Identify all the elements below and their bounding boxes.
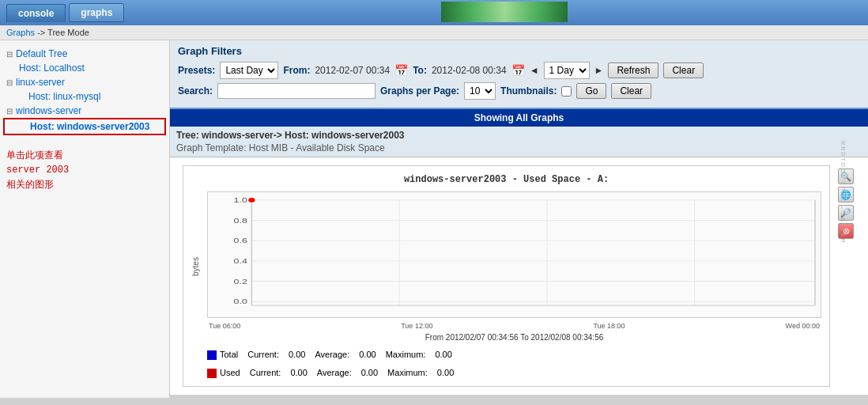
red-dot-indicator — [248, 198, 255, 202]
legend-current-label-used: Current: — [250, 368, 281, 377]
x-label-1: Tue 12:00 — [401, 322, 432, 330]
legend-used: Used Current: 0.00 Average: 0.00 Maximum… — [191, 368, 821, 378]
search-label: Search: — [178, 85, 213, 97]
console-tab[interactable]: console — [6, 4, 66, 22]
presets-select[interactable]: Last Day — [220, 62, 278, 79]
presets-label: Presets: — [178, 65, 215, 76]
legend-max-val-used: 0.00 — [437, 368, 454, 377]
chart-area: bytes — [191, 191, 821, 342]
host-windows-server2003-link[interactable]: Host: windows-server2003 — [30, 121, 149, 132]
graphs-per-page-label: Graphs per Page: — [380, 85, 459, 97]
graph-filters-title: Graph Filters — [178, 45, 860, 57]
legend-max-label-total: Maximum: — [386, 350, 426, 359]
to-calendar-icon[interactable]: 📅 — [511, 64, 525, 77]
search-input[interactable] — [217, 83, 376, 99]
legend-avg-label-total: Average: — [315, 350, 349, 359]
host-linux-mysql-link[interactable]: Host: linux-mysql — [28, 91, 100, 102]
sidebar-item-host-localhost[interactable]: Host: Localhost — [3, 61, 166, 75]
legend-name-used: Used — [220, 368, 240, 377]
default-tree-link[interactable]: Default Tree — [16, 48, 67, 59]
expand-icon-linux: ⊟ — [6, 78, 13, 87]
graph-filters: Graph Filters Presets: Last Day From: 20… — [170, 40, 868, 109]
thumbnails-checkbox[interactable] — [561, 86, 572, 97]
x-label-2: Tue 18:00 — [593, 322, 625, 330]
tree-label: Tree: — [176, 130, 199, 141]
legend: Total Current: 0.00 Average: 0.00 Maximu… — [191, 350, 821, 360]
from-to-label: From 2012/02/07 00:34:56 To 2012/02/08 0… — [207, 333, 821, 342]
expand-icon-windows: ⊟ — [6, 107, 13, 115]
right-panel: Graph Filters Presets: Last Day From: 20… — [170, 40, 868, 398]
sidebar: ⊟ Default Tree Host: Localhost ⊟ linux-s… — [0, 40, 170, 398]
legend-avg-val-used: 0.00 — [361, 368, 378, 377]
thumbnails-label: Thumbnails: — [500, 85, 557, 97]
breadcrumb-graphs-link[interactable]: Graphs — [6, 28, 35, 37]
legend-current-val-total: 0.00 — [289, 350, 305, 359]
host-value: windows-server2003 — [311, 130, 404, 141]
legend-row-total: Total Current: 0.00 Average: 0.00 Maximu… — [220, 350, 452, 359]
svg-text:0.0: 0.0 — [234, 297, 247, 305]
prev-period-arrow[interactable]: ◄ — [530, 65, 539, 76]
svg-text:0.2: 0.2 — [234, 277, 247, 285]
from-value: 2012-02-07 00:34 — [315, 65, 390, 76]
sidebar-item-windows-server[interactable]: ⊟ windows-server — [3, 104, 166, 118]
svg-text:0.4: 0.4 — [234, 257, 247, 265]
sidebar-item-linux-server[interactable]: ⊟ linux-server — [3, 75, 166, 89]
refresh-button[interactable]: Refresh — [608, 62, 659, 78]
host-localhost-link[interactable]: Host: Localhost — [19, 62, 85, 74]
legend-row-used: Used Current: 0.00 Average: 0.00 Maximum… — [220, 368, 454, 377]
legend-max-label-used: Maximum: — [387, 368, 428, 377]
sidebar-item-host-windows-server2003[interactable]: Host: windows-server2003 — [3, 118, 166, 135]
breadcrumb: Graphs -> Tree Mode — [0, 25, 868, 40]
legend-current-val-used: 0.00 — [290, 368, 307, 377]
sidebar-item-host-linux-mysql[interactable]: Host: linux-mysql — [3, 89, 166, 104]
graph-header: Tree: windows-server-> Host: windows-ser… — [170, 127, 868, 157]
annotation-line3: 相关的图形 — [6, 180, 54, 191]
legend-color-used — [207, 369, 217, 378]
windows-server-link[interactable]: windows-server — [16, 105, 81, 116]
legend-item-used: Used Current: 0.00 Average: 0.00 Maximum… — [207, 368, 454, 378]
graph-box: windows-server2003 - Used Space - A: byt… — [183, 165, 830, 387]
from-calendar-icon[interactable]: 📅 — [394, 64, 408, 77]
legend-stats-used: Used Current: 0.00 Average: 0.00 Maximum… — [220, 368, 454, 377]
legend-color-total — [207, 350, 217, 360]
from-label: From: — [283, 65, 310, 76]
graphs-tab[interactable]: graphs — [69, 3, 124, 22]
legend-current-label-total: Current: — [247, 350, 279, 359]
legend-avg-label-used: Average: — [317, 368, 352, 377]
linux-server-link[interactable]: linux-server — [16, 77, 65, 88]
legend-stats-total: Total Current: 0.00 Average: 0.00 Maximu… — [220, 350, 452, 359]
to-value: 2012-02-08 00:34 — [432, 65, 507, 76]
clear-button-2[interactable]: Clear — [611, 83, 651, 99]
showing-all-graphs-bar: Showing All Graphs — [170, 109, 868, 127]
go-button[interactable]: Go — [576, 83, 606, 99]
template-value: Host MIB - Available Disk Space — [249, 142, 385, 153]
to-label: To: — [413, 65, 427, 76]
legend-avg-val-total: 0.00 — [359, 350, 376, 359]
host-label: Host: — [285, 130, 309, 141]
graphs-per-page-select[interactable]: 10 — [464, 82, 496, 100]
x-labels: Tue 06:00 Tue 12:00 Tue 18:00 Wed 00:00 — [207, 322, 821, 330]
clear-button-1[interactable]: Clear — [663, 62, 704, 78]
tree-value: windows-server-> — [202, 130, 282, 141]
next-period-arrow[interactable]: ► — [594, 65, 604, 76]
expand-icon: ⊟ — [6, 50, 13, 59]
green-decoration — [441, 2, 568, 22]
legend-item-total: Total Current: 0.00 Average: 0.00 Maximu… — [207, 350, 452, 360]
legend-name-total: Total — [220, 350, 238, 359]
chart-svg: 1.0 0.8 0.6 0.4 0.2 0.0 — [207, 191, 821, 318]
sidebar-item-default-tree[interactable]: ⊟ Default Tree — [3, 47, 166, 61]
filter-row-1: Presets: Last Day From: 2012-02-07 00:34… — [178, 62, 860, 79]
chart-inner: 1.0 0.8 0.6 0.4 0.2 0.0 — [207, 191, 821, 342]
annotation-line2: server 2003 — [6, 165, 69, 176]
x-label-0: Tue 06:00 — [209, 322, 240, 330]
x-label-3: Wed 00:00 — [786, 322, 820, 330]
annotation-line1: 单击此项查看 — [6, 148, 163, 162]
filter-row-2: Search: Graphs per Page: 10 Thumbnails: … — [178, 82, 860, 100]
template-line: Graph Template: Host MIB - Available Dis… — [176, 142, 862, 153]
rotated-sidebar-label: RRDTOOL / TOOL GETTER — [840, 141, 846, 244]
svg-text:0.8: 0.8 — [234, 216, 247, 224]
svg-text:0.6: 0.6 — [234, 237, 247, 244]
y-axis-label: bytes — [191, 191, 204, 342]
graph-container: windows-server2003 - Used Space - A: byt… — [170, 157, 868, 395]
period-select[interactable]: 1 Day — [544, 62, 590, 79]
